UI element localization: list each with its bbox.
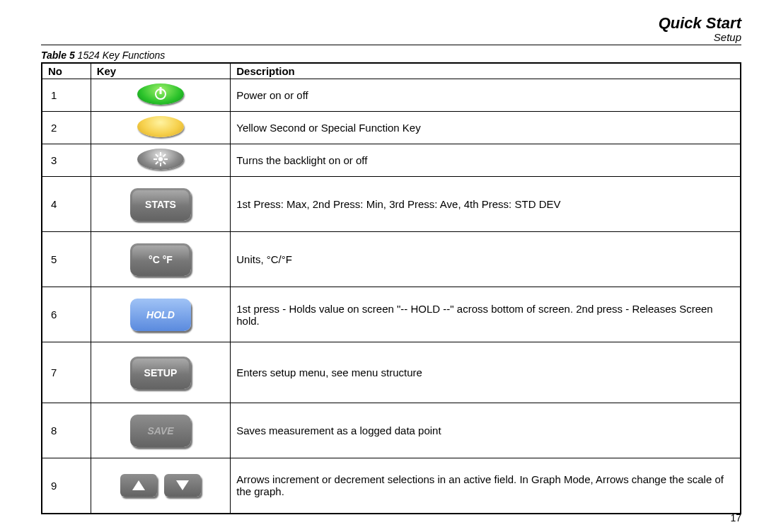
row-no: 9 xyxy=(42,458,91,514)
save-key-icon: SAVE xyxy=(130,415,191,447)
cf-key-icon: °C °F xyxy=(130,243,191,276)
table-row: 2 Yellow Second or Special Function Key xyxy=(42,112,741,144)
table-row: 8 SAVE Saves measurement as a logged dat… xyxy=(42,403,741,458)
row-no: 7 xyxy=(42,342,91,403)
row-desc: Turns the backlight on or off xyxy=(231,144,741,177)
row-desc: 1st Press: Max, 2nd Press: Min, 3rd Pres… xyxy=(231,177,741,232)
stats-key-icon: STATS xyxy=(130,188,191,221)
row-desc: Saves measurement as a logged data point xyxy=(231,403,741,458)
row-key: °C °F xyxy=(91,232,231,287)
hold-key-icon: HOLD xyxy=(130,299,191,331)
table-row: 5 °C °F Units, °C/°F xyxy=(42,232,741,287)
col-key: Key xyxy=(91,63,231,79)
key-label: STATS xyxy=(145,199,176,210)
yellow-function-icon xyxy=(137,116,184,137)
row-key: STATS xyxy=(91,177,231,232)
page-number: 17 xyxy=(730,512,741,524)
row-no: 1 xyxy=(42,79,91,112)
row-key: SETUP xyxy=(91,342,231,403)
key-label: HOLD xyxy=(146,309,175,320)
row-no: 8 xyxy=(42,403,91,458)
caption-prefix: Table 5 xyxy=(41,50,75,61)
table-row: 1 Power on or off xyxy=(42,79,741,112)
row-desc: Yellow Second or Special Function Key xyxy=(231,112,741,144)
row-no: 6 xyxy=(42,287,91,342)
backlight-icon xyxy=(137,149,184,170)
key-label: SETUP xyxy=(144,367,178,378)
row-key xyxy=(91,458,231,514)
row-desc: Arrows increment or decrement selections… xyxy=(231,458,741,514)
row-no: 4 xyxy=(42,177,91,232)
arrow-up-icon xyxy=(120,474,157,497)
table-row: 3 Turns the backlight o xyxy=(42,144,741,177)
col-desc: Description xyxy=(231,63,741,79)
arrow-keys-icon xyxy=(120,474,201,497)
key-functions-table: No Key Description 1 Power on or off 2 Y… xyxy=(41,62,741,514)
arrow-down-icon xyxy=(164,474,201,497)
setup-key-icon: SETUP xyxy=(130,357,191,389)
page-header: Quick Start Setup xyxy=(41,14,741,45)
row-no: 3 xyxy=(42,144,91,177)
row-no: 2 xyxy=(42,112,91,144)
row-key: HOLD xyxy=(91,287,231,342)
table-row: 7 SETUP Enters setup menu, see menu stru… xyxy=(42,342,741,403)
row-key xyxy=(91,79,231,112)
table-row: 4 STATS 1st Press: Max, 2nd Press: Min, … xyxy=(42,177,741,232)
page-title: Quick Start xyxy=(41,14,741,33)
table-row: 6 HOLD 1st press - Holds value on screen… xyxy=(42,287,741,342)
key-label: °C °F xyxy=(149,254,173,265)
caption-rest: 1524 Key Functions xyxy=(75,50,166,61)
row-desc: 1st press - Holds value on screen "-- HO… xyxy=(231,287,741,342)
row-key xyxy=(91,112,231,144)
page-subtitle: Setup xyxy=(41,31,741,43)
row-desc: Enters setup menu, see menu structure xyxy=(231,342,741,403)
power-icon xyxy=(137,83,184,105)
key-label: SAVE xyxy=(147,425,173,436)
row-key xyxy=(91,144,231,177)
table-row: 9 Arrows increment or decrement selectio… xyxy=(42,458,741,514)
row-desc: Power on or off xyxy=(231,79,741,112)
table-caption: Table 5 1524 Key Functions xyxy=(41,50,741,61)
row-desc: Units, °C/°F xyxy=(231,232,741,287)
header-rule xyxy=(41,45,741,45)
row-key: SAVE xyxy=(91,403,231,458)
row-no: 5 xyxy=(42,232,91,287)
col-no: No xyxy=(42,63,91,79)
